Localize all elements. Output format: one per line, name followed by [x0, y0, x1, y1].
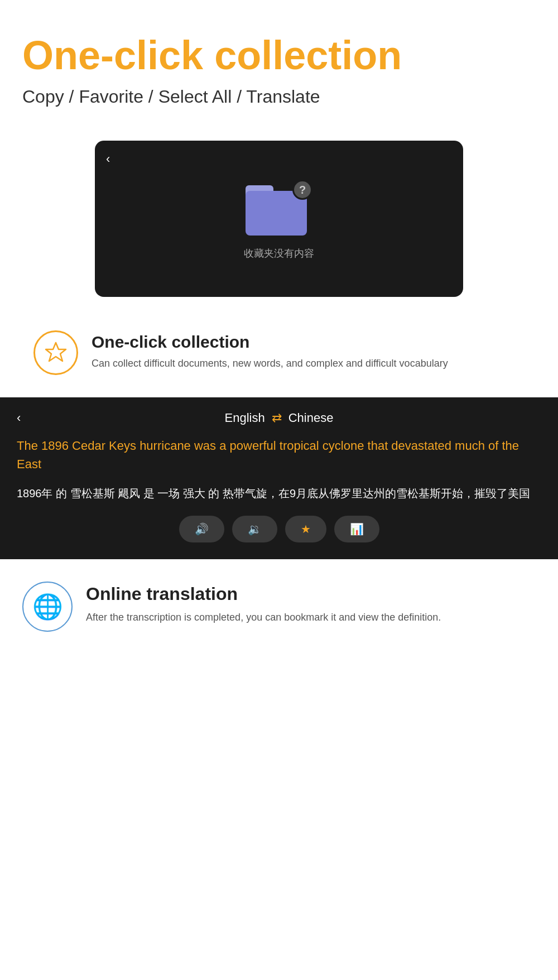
speaker-low-icon: 🔉 [248, 522, 262, 536]
translation-header: ‹ English ⇄ Chinese [17, 411, 541, 425]
speaker-high-button[interactable]: 🔊 [179, 516, 224, 542]
lang-switch-arrows[interactable]: ⇄ [272, 411, 282, 425]
hero-section: One-click collection Copy / Favorite / S… [0, 0, 558, 118]
translation-back-button[interactable]: ‹ [17, 411, 21, 425]
folder-icon: ? [246, 180, 312, 236]
target-text: 1896年 的 雪松基斯 飓风 是 一场 强大 的 热带气旋，在9月底从佛罗里达… [17, 484, 541, 502]
translate-icon-circle: 🌐 [22, 582, 73, 632]
page-title: One-click collection [22, 33, 536, 78]
translation-card: ‹ English ⇄ Chinese The 1896 Cedar Keys … [0, 397, 558, 559]
hero-subtitle: Copy / Favorite / Select All / Translate [22, 87, 536, 107]
back-button[interactable]: ‹ [106, 152, 110, 166]
online-translation-desc: After the transcription is completed, yo… [86, 610, 441, 625]
favorite-button[interactable]: ★ [285, 516, 326, 542]
collection-feature-row: One-click collection Can collect difficu… [0, 319, 558, 397]
speaker-low-button[interactable]: 🔉 [232, 516, 277, 542]
online-translation-text: Online translation After the transcripti… [86, 582, 441, 625]
bar-chart-icon: 📊 [350, 522, 364, 536]
star-icon-circle [33, 330, 78, 375]
online-translation-title: Online translation [86, 584, 441, 604]
online-translation-feature-row: 🌐 Online translation After the transcrip… [0, 559, 558, 654]
source-lang-label: English [225, 411, 265, 425]
collection-feature-text: One-click collection Can collect difficu… [92, 330, 448, 371]
collection-feature-desc: Can collect difficult documents, new wor… [92, 356, 448, 371]
empty-folder-text: 收藏夹没有内容 [244, 247, 314, 260]
translation-actions-bar: 🔊 🔉 ★ 📊 [17, 516, 541, 542]
collection-feature-title: One-click collection [92, 333, 448, 352]
source-text: The 1896 Cedar Keys hurricane was a powe… [17, 436, 541, 473]
translate-icon: 🌐 [32, 592, 63, 621]
star-icon [44, 340, 68, 365]
stats-button[interactable]: 📊 [334, 516, 379, 542]
favorites-card: ‹ ? 收藏夹没有内容 [95, 141, 463, 297]
question-badge: ? [292, 180, 312, 200]
svg-marker-0 [46, 343, 66, 361]
speaker-high-icon: 🔊 [195, 522, 209, 536]
star-active-icon: ★ [301, 522, 311, 536]
target-lang-label: Chinese [288, 411, 334, 425]
